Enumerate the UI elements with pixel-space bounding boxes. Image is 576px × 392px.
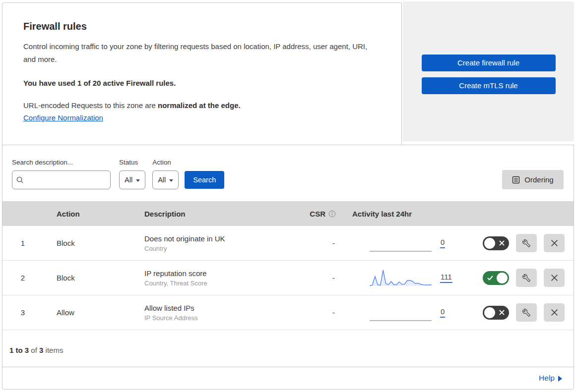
status-filter-group: Status All xyxy=(119,159,145,189)
create-mtls-rule-button[interactable]: Create mTLS rule xyxy=(422,77,556,94)
close-icon xyxy=(551,239,558,247)
rule-description-cell: IP reputation score Country, Threat Scor… xyxy=(138,269,298,287)
close-icon xyxy=(551,309,558,316)
chevron-down-icon xyxy=(136,179,140,182)
rule-csr-value: - xyxy=(298,274,343,282)
delete-rule-button[interactable] xyxy=(544,269,565,287)
ordering-list-icon xyxy=(512,176,520,184)
rule-description-cell: Does not originate in UK Country xyxy=(138,234,298,252)
edit-rule-button[interactable] xyxy=(516,303,537,322)
search-box xyxy=(12,170,111,189)
page-title: Firewall rules xyxy=(23,21,381,32)
filter-bar: Search description... Status All Actio xyxy=(2,145,574,201)
items-range: 1 to 3 xyxy=(9,346,29,354)
rule-enabled-toggle[interactable] xyxy=(483,271,509,285)
items-of: of xyxy=(31,346,37,354)
rule-enabled-toggle[interactable] xyxy=(483,236,509,250)
table-row: 1 Block Does not originate in UK Country… xyxy=(2,226,574,261)
rule-priority: 1 xyxy=(2,239,50,247)
x-icon xyxy=(499,236,505,250)
toggle-knob xyxy=(497,273,508,283)
rule-activity-cell: 0 xyxy=(343,304,467,322)
rule-controls xyxy=(467,269,574,287)
rule-activity-cell: 111 xyxy=(343,269,467,287)
create-firewall-rule-button[interactable]: Create firewall rule xyxy=(422,55,556,71)
activity-count-link[interactable]: 0 xyxy=(440,307,445,318)
wrench-icon xyxy=(522,309,530,317)
header-csr: CSR xyxy=(298,210,343,218)
toggle-knob xyxy=(484,307,495,318)
edit-rule-button[interactable] xyxy=(516,269,537,287)
chevron-down-icon xyxy=(169,179,173,182)
toggle-knob xyxy=(484,238,495,249)
search-icon xyxy=(16,176,24,184)
status-label: Status xyxy=(119,159,145,166)
firewall-rules-page: Firewall rules Control incoming traffic … xyxy=(0,0,576,392)
rules-card: Search description... Status All Actio xyxy=(2,145,574,367)
activity-count-link[interactable]: 0 xyxy=(440,238,445,248)
ordering-button[interactable]: Ordering xyxy=(502,170,564,189)
action-label: Action xyxy=(152,159,179,166)
rule-controls xyxy=(467,303,574,322)
rule-fields: IP Source Address xyxy=(144,314,298,322)
delete-rule-button[interactable] xyxy=(544,234,565,252)
action-value: All xyxy=(158,176,166,184)
activity-sparkline xyxy=(370,234,432,252)
search-field-group: Search description... xyxy=(12,159,111,189)
rule-action: Block xyxy=(50,239,138,247)
items-word: items xyxy=(46,346,64,354)
configure-normalization-link[interactable]: Configure Normalization xyxy=(23,113,103,122)
rule-csr-value: - xyxy=(298,239,343,247)
delete-rule-button[interactable] xyxy=(544,303,565,322)
intro-card: Firewall rules Control incoming traffic … xyxy=(2,2,402,145)
action-dropdown[interactable]: All xyxy=(152,170,179,189)
table-row: 2 Block IP reputation score Country, Thr… xyxy=(2,261,574,295)
rule-action: Block xyxy=(50,274,138,282)
rule-priority: 2 xyxy=(2,274,50,282)
activity-sparkline xyxy=(370,269,432,287)
rule-description-cell: Allow listed IPs IP Source Address xyxy=(138,304,298,322)
play-arrow-icon xyxy=(558,376,562,382)
rule-priority: 3 xyxy=(2,308,50,317)
items-count: 1 to 3 of 3 items xyxy=(2,330,574,354)
search-button[interactable]: Search xyxy=(185,171,224,189)
top-row: Firewall rules Control incoming traffic … xyxy=(2,2,574,145)
edit-rule-button[interactable] xyxy=(516,234,537,252)
rule-description: Does not originate in UK xyxy=(144,234,298,243)
page-description: Control incoming traffic to your zone by… xyxy=(23,40,381,66)
status-dropdown[interactable]: All xyxy=(119,170,145,189)
rule-controls xyxy=(467,234,574,252)
rule-description: Allow listed IPs xyxy=(144,304,298,312)
close-icon xyxy=(551,274,558,281)
header-activity: Activity last 24hr xyxy=(343,210,467,218)
ordering-label: Ordering xyxy=(524,175,553,184)
wrench-icon xyxy=(522,239,530,247)
normalization-note: URL-encoded Requests to this zone are no… xyxy=(23,101,381,110)
action-filter-group: Action All xyxy=(152,159,179,189)
table-header-row: Action Description CSR Activity last 24h… xyxy=(2,201,574,226)
search-label: Search description... xyxy=(12,159,111,166)
actions-panel: Create firewall rule Create mTLS rule xyxy=(403,1,574,141)
activity-sparkline xyxy=(370,304,432,322)
info-icon[interactable] xyxy=(328,210,336,218)
search-input[interactable] xyxy=(27,176,106,184)
x-icon xyxy=(499,306,505,320)
normalization-bold: normalized at the edge. xyxy=(158,101,241,110)
items-total: 3 xyxy=(39,346,43,354)
header-action: Action xyxy=(50,210,138,218)
rule-description: IP reputation score xyxy=(144,269,298,278)
usage-summary: You have used 1 of 20 active Firewall ru… xyxy=(23,79,381,87)
activity-count-link[interactable]: 111 xyxy=(440,273,452,283)
rule-fields: Country xyxy=(144,245,298,252)
header-csr-label: CSR xyxy=(310,210,325,218)
status-value: All xyxy=(125,176,132,184)
rule-csr-value: - xyxy=(298,308,343,317)
rule-enabled-toggle[interactable] xyxy=(483,306,509,320)
header-description: Description xyxy=(138,210,298,218)
rule-action: Allow xyxy=(50,308,138,317)
help-link[interactable]: Help xyxy=(539,374,562,383)
help-label: Help xyxy=(539,374,555,383)
table-row: 3 Allow Allow listed IPs IP Source Addre… xyxy=(2,295,574,330)
check-icon xyxy=(487,271,493,285)
wrench-icon xyxy=(522,274,530,282)
